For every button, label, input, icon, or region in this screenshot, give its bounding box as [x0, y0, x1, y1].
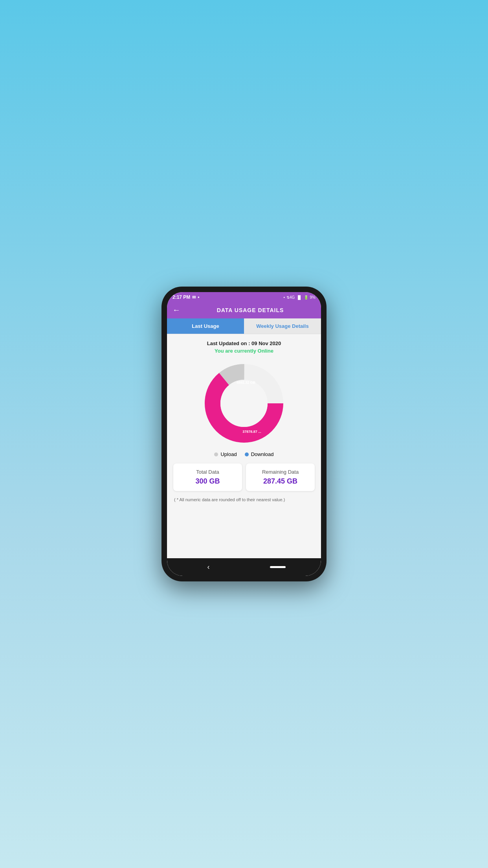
online-status-text: You are currently Online	[173, 348, 315, 354]
main-content: Last Updated on : 09 Nov 2020 You are cu…	[167, 334, 321, 558]
tab-last-usage[interactable]: Last Usage	[167, 318, 244, 334]
donut-hole	[220, 380, 268, 427]
legend-download: Download	[245, 451, 274, 457]
remaining-data-label: Remaining Data	[250, 469, 311, 475]
legend-upload: Upload	[214, 451, 237, 457]
nav-back-button[interactable]: ‹	[203, 561, 215, 573]
mail-icon: ✉	[192, 295, 196, 300]
total-data-label: Total Data	[177, 469, 238, 475]
upload-legend-label: Upload	[220, 451, 237, 457]
remaining-data-value: 287.45 GB	[250, 477, 311, 485]
app-bar: ← DATA USAGE DETAILS	[167, 302, 321, 318]
tab-weekly-usage[interactable]: Weekly Usage Details	[244, 318, 321, 334]
status-right: • ⇅4G ▐▌ 🔋 9%	[284, 295, 316, 300]
nav-bar: ‹	[167, 558, 321, 576]
network-icon: ⇅4G	[286, 295, 295, 300]
data-cards-container: Total Data 300 GB Remaining Data 287.45 …	[173, 463, 315, 491]
total-data-value: 300 GB	[177, 477, 238, 485]
app-bar-title: DATA USAGE DETAILS	[185, 307, 316, 313]
download-legend-label: Download	[251, 451, 274, 457]
battery-percent: 9%	[310, 295, 316, 300]
total-data-card: Total Data 300 GB	[173, 463, 242, 491]
signal-bars: ▐▌	[296, 295, 302, 300]
signal-dot: •	[284, 295, 285, 300]
time-display: 2:17 PM	[172, 294, 190, 300]
battery-icon: 🔋	[304, 295, 308, 300]
last-updated-text: Last Updated on : 09 Nov 2020	[173, 340, 315, 346]
phone-shell: 2:17 PM ✉ • • ⇅4G ▐▌ 🔋 9% ← DATA USAGE D…	[161, 287, 327, 581]
chart-container: 4892.32 GB 37878.87 ...	[173, 360, 315, 447]
download-dot	[245, 452, 249, 456]
tab-weekly-usage-label: Weekly Usage Details	[256, 323, 308, 329]
phone-screen: 2:17 PM ✉ • • ⇅4G ▐▌ 🔋 9% ← DATA USAGE D…	[167, 292, 321, 576]
upload-label-chart: 4892.32 GB	[237, 381, 256, 384]
status-bar: 2:17 PM ✉ • • ⇅4G ▐▌ 🔋 9%	[167, 292, 321, 302]
chart-legend: Upload Download	[173, 451, 315, 457]
remaining-data-card: Remaining Data 287.45 GB	[246, 463, 315, 491]
tabs-container: Last Usage Weekly Usage Details	[167, 318, 321, 334]
donut-chart: 4892.32 GB 37878.87 ...	[201, 360, 287, 447]
upload-dot	[214, 452, 218, 456]
status-time: 2:17 PM ✉ •	[172, 294, 200, 300]
dot-indicator: •	[198, 294, 199, 300]
nav-home-button[interactable]	[270, 566, 286, 568]
download-label-chart: 37878.87 ...	[242, 430, 261, 434]
tab-last-usage-label: Last Usage	[192, 323, 219, 329]
back-button[interactable]: ←	[172, 305, 180, 314]
disclaimer-text: ( * All numeric data are rounded off to …	[173, 496, 315, 504]
